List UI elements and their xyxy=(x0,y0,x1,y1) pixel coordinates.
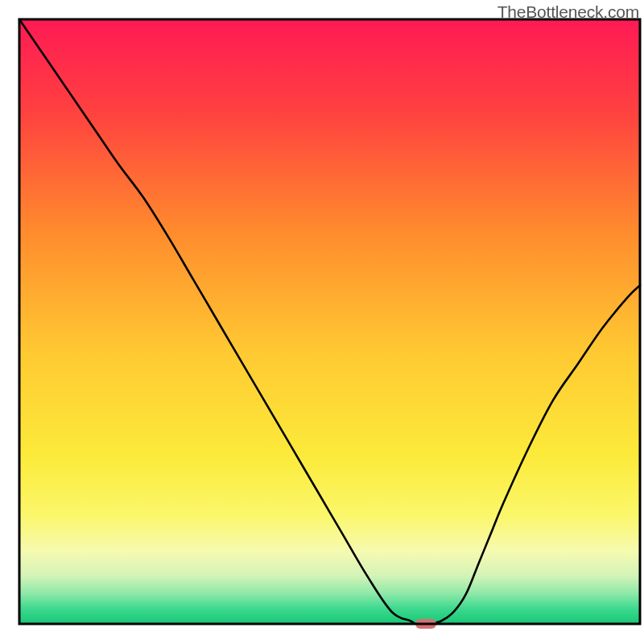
watermark-text: TheBottleneck.com xyxy=(497,2,639,22)
svg-rect-0 xyxy=(19,19,640,624)
bottleneck-chart: TheBottleneck.com xyxy=(0,0,644,644)
chart-svg xyxy=(0,0,644,644)
